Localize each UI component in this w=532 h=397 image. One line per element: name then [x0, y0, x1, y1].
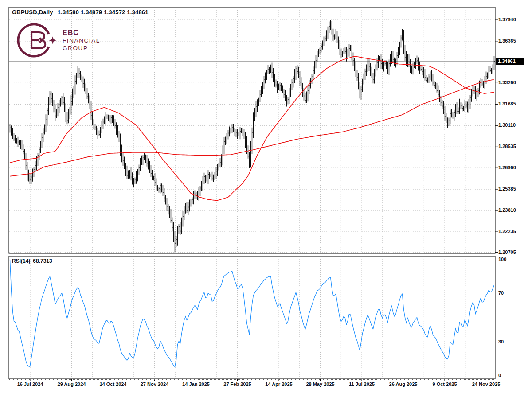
current-price-tag: 1.34861 — [496, 58, 524, 65]
date-axis-label: 26 Aug 2025 — [389, 381, 418, 387]
ohlc-quote: 1.34580 1.34879 1.34572 1.34861 — [58, 9, 149, 16]
symbol-period-label: GBPUSD,Daily — [12, 9, 53, 16]
brand-logo-mark-icon — [15, 20, 57, 60]
brand-word-financial: FINANCIAL — [63, 37, 100, 45]
price-axis-label: 1.37940 — [498, 17, 516, 22]
price-axis-label: 1.25385 — [498, 186, 516, 191]
price-axis-label: 1.23810 — [498, 207, 516, 213]
date-axis-label: 14 Jan 2025 — [182, 381, 210, 387]
logo-sparkle-icon — [49, 36, 56, 44]
price-axis-label: 1.28535 — [498, 144, 516, 149]
time-axis-minor-ticks — [9, 379, 495, 380]
date-axis-label: 14 Apr 2025 — [265, 381, 292, 387]
price-axis-label: 1.22235 — [498, 229, 516, 234]
rsi-axis-label: 70 — [498, 290, 504, 296]
date-axis-label: 9 Oct 2025 — [432, 381, 457, 387]
brand-logo: EBC FINANCIAL GROUP — [15, 20, 100, 60]
price-axis-label: 1.20705 — [498, 249, 516, 255]
rsi-axis-label: 30 — [498, 339, 504, 344]
brand-word-group: GROUP — [63, 45, 100, 52]
price-axis-label: 1.31685 — [498, 101, 516, 106]
date-axis-label: 27 Nov 2024 — [141, 381, 169, 387]
date-axis-label: 14 Oct 2024 — [99, 381, 126, 387]
rsi-panel[interactable] — [9, 256, 495, 379]
date-axis-label: 29 Aug 2024 — [58, 381, 86, 387]
chart-header: GBPUSD,Daily1.34580 1.34879 1.34572 1.34… — [12, 9, 149, 16]
date-axis-label: 16 Jul 2024 — [17, 381, 43, 387]
date-axis-label: 11 Jul 2025 — [349, 381, 375, 387]
price-axis-label: 1.33260 — [498, 80, 516, 85]
rsi-axis-label: 100 — [498, 257, 506, 262]
chart-window: GBPUSD,Daily1.34580 1.34879 1.34572 1.34… — [0, 0, 532, 397]
indicator-label: RSI(14)68.7313 — [12, 258, 52, 264]
indicator-name: RSI(14) — [12, 258, 30, 264]
price-axis-label: 1.36365 — [498, 38, 516, 43]
brand-name: EBC — [63, 28, 100, 37]
date-axis-label: 24 Nov 2025 — [472, 381, 501, 387]
price-axis-label: 1.26960 — [498, 165, 516, 170]
date-axis-label: 27 Feb 2025 — [223, 381, 251, 387]
indicator-value: 68.7313 — [33, 258, 52, 264]
price-axis-label: 1.30110 — [498, 122, 516, 128]
date-axis-label: 28 May 2025 — [306, 381, 334, 387]
rsi-axis-label: 0 — [498, 373, 501, 378]
